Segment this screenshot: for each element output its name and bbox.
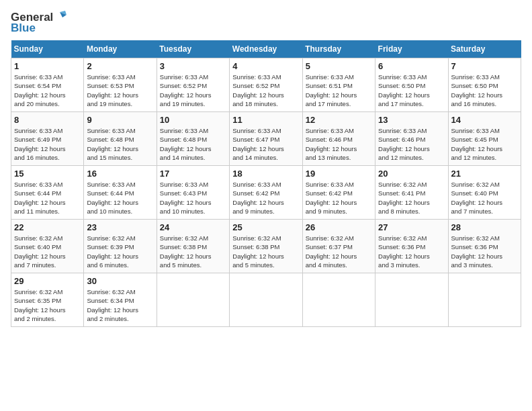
day-info: Sunrise: 6:33 AM Sunset: 6:42 PM Dayligh…	[306, 180, 372, 216]
day-number: 23	[87, 222, 153, 232]
day-number: 2	[87, 61, 153, 71]
calendar-cell: 29Sunrise: 6:32 AM Sunset: 6:35 PM Dayli…	[11, 273, 84, 327]
calendar-cell: 11Sunrise: 6:33 AM Sunset: 6:47 PM Dayli…	[230, 112, 302, 166]
calendar-cell: 22Sunrise: 6:32 AM Sunset: 6:40 PM Dayli…	[11, 220, 84, 273]
day-info: Sunrise: 6:32 AM Sunset: 6:38 PM Dayligh…	[160, 234, 226, 269]
day-number: 6	[378, 61, 445, 71]
day-info: Sunrise: 6:33 AM Sunset: 6:52 PM Dayligh…	[232, 73, 299, 108]
day-info: Sunrise: 6:33 AM Sunset: 6:42 PM Dayligh…	[232, 180, 299, 216]
day-number: 17	[160, 169, 226, 179]
day-info: Sunrise: 6:33 AM Sunset: 6:51 PM Dayligh…	[306, 73, 372, 108]
logo-wordmark: General Blue	[11, 11, 66, 35]
day-info: Sunrise: 6:32 AM Sunset: 6:37 PM Dayligh…	[306, 234, 372, 269]
weekday-header-wednesday: Wednesday	[230, 40, 302, 58]
calendar-cell: 4Sunrise: 6:33 AM Sunset: 6:52 PM Daylig…	[230, 58, 302, 112]
logo-blue: Blue	[11, 21, 36, 35]
day-number: 13	[378, 115, 445, 125]
calendar-cell: 17Sunrise: 6:33 AM Sunset: 6:43 PM Dayli…	[157, 166, 229, 220]
day-number: 1	[14, 61, 81, 71]
day-info: Sunrise: 6:33 AM Sunset: 6:50 PM Dayligh…	[451, 73, 518, 108]
weekday-header-thursday: Thursday	[302, 40, 375, 58]
calendar-cell	[230, 273, 302, 327]
calendar-cell: 5Sunrise: 6:33 AM Sunset: 6:51 PM Daylig…	[302, 58, 375, 112]
day-info: Sunrise: 6:33 AM Sunset: 6:45 PM Dayligh…	[451, 126, 518, 162]
day-number: 10	[160, 115, 226, 125]
day-number: 19	[306, 169, 372, 179]
day-number: 4	[232, 61, 299, 71]
calendar-cell	[157, 273, 229, 327]
weekday-header-row: SundayMondayTuesdayWednesdayThursdayFrid…	[11, 40, 521, 58]
calendar-week-row: 8Sunrise: 6:33 AM Sunset: 6:49 PM Daylig…	[11, 112, 521, 166]
calendar-cell: 28Sunrise: 6:32 AM Sunset: 6:36 PM Dayli…	[448, 220, 521, 273]
weekday-header-sunday: Sunday	[11, 40, 84, 58]
calendar-cell: 24Sunrise: 6:32 AM Sunset: 6:38 PM Dayli…	[157, 220, 229, 273]
calendar-cell: 3Sunrise: 6:33 AM Sunset: 6:52 PM Daylig…	[157, 58, 229, 112]
calendar-cell: 21Sunrise: 6:32 AM Sunset: 6:40 PM Dayli…	[448, 166, 521, 220]
day-number: 3	[160, 61, 226, 71]
day-info: Sunrise: 6:33 AM Sunset: 6:43 PM Dayligh…	[160, 180, 226, 216]
day-info: Sunrise: 6:33 AM Sunset: 6:44 PM Dayligh…	[14, 180, 81, 216]
day-number: 26	[306, 222, 372, 232]
calendar-week-row: 15Sunrise: 6:33 AM Sunset: 6:44 PM Dayli…	[11, 166, 521, 220]
calendar-cell: 16Sunrise: 6:33 AM Sunset: 6:44 PM Dayli…	[84, 166, 157, 220]
calendar-cell: 18Sunrise: 6:33 AM Sunset: 6:42 PM Dayli…	[230, 166, 302, 220]
weekday-header-friday: Friday	[375, 40, 448, 58]
calendar-cell: 23Sunrise: 6:32 AM Sunset: 6:39 PM Dayli…	[84, 220, 157, 273]
day-info: Sunrise: 6:32 AM Sunset: 6:39 PM Dayligh…	[87, 234, 153, 269]
logo-bird-icon	[53, 11, 66, 24]
day-info: Sunrise: 6:33 AM Sunset: 6:54 PM Dayligh…	[14, 73, 81, 108]
day-number: 24	[160, 222, 226, 232]
calendar-cell	[448, 273, 521, 327]
calendar-cell: 14Sunrise: 6:33 AM Sunset: 6:45 PM Dayli…	[448, 112, 521, 166]
day-number: 12	[306, 115, 372, 125]
day-number: 5	[306, 61, 372, 71]
calendar-table: SundayMondayTuesdayWednesdayThursdayFrid…	[11, 40, 521, 327]
day-number: 16	[87, 169, 153, 179]
calendar-cell: 7Sunrise: 6:33 AM Sunset: 6:50 PM Daylig…	[448, 58, 521, 112]
day-number: 8	[14, 115, 81, 125]
day-number: 20	[378, 169, 445, 179]
day-info: Sunrise: 6:32 AM Sunset: 6:34 PM Dayligh…	[87, 287, 153, 323]
day-info: Sunrise: 6:32 AM Sunset: 6:35 PM Dayligh…	[14, 287, 81, 323]
calendar-week-row: 22Sunrise: 6:32 AM Sunset: 6:40 PM Dayli…	[11, 220, 521, 273]
day-number: 21	[451, 169, 518, 179]
calendar-cell: 8Sunrise: 6:33 AM Sunset: 6:49 PM Daylig…	[11, 112, 84, 166]
calendar-cell: 12Sunrise: 6:33 AM Sunset: 6:46 PM Dayli…	[302, 112, 375, 166]
weekday-header-saturday: Saturday	[448, 40, 521, 58]
day-number: 15	[14, 169, 81, 179]
day-number: 25	[232, 222, 299, 232]
day-info: Sunrise: 6:33 AM Sunset: 6:53 PM Dayligh…	[87, 73, 153, 108]
day-info: Sunrise: 6:33 AM Sunset: 6:48 PM Dayligh…	[160, 126, 226, 162]
day-number: 28	[451, 222, 518, 232]
day-info: Sunrise: 6:33 AM Sunset: 6:46 PM Dayligh…	[306, 126, 372, 162]
day-info: Sunrise: 6:33 AM Sunset: 6:47 PM Dayligh…	[232, 126, 299, 162]
day-number: 30	[87, 276, 153, 286]
calendar-cell	[375, 273, 448, 327]
day-info: Sunrise: 6:32 AM Sunset: 6:41 PM Dayligh…	[378, 180, 445, 216]
calendar-cell: 27Sunrise: 6:32 AM Sunset: 6:36 PM Dayli…	[375, 220, 448, 273]
calendar-cell: 19Sunrise: 6:33 AM Sunset: 6:42 PM Dayli…	[302, 166, 375, 220]
day-number: 22	[14, 222, 81, 232]
calendar-cell: 10Sunrise: 6:33 AM Sunset: 6:48 PM Dayli…	[157, 112, 229, 166]
calendar-week-row: 29Sunrise: 6:32 AM Sunset: 6:35 PM Dayli…	[11, 273, 521, 327]
calendar-cell: 20Sunrise: 6:32 AM Sunset: 6:41 PM Dayli…	[375, 166, 448, 220]
day-info: Sunrise: 6:32 AM Sunset: 6:40 PM Dayligh…	[14, 234, 81, 269]
calendar-cell: 26Sunrise: 6:32 AM Sunset: 6:37 PM Dayli…	[302, 220, 375, 273]
day-number: 18	[232, 169, 299, 179]
calendar-cell: 6Sunrise: 6:33 AM Sunset: 6:50 PM Daylig…	[375, 58, 448, 112]
day-info: Sunrise: 6:33 AM Sunset: 6:49 PM Dayligh…	[14, 126, 81, 162]
day-info: Sunrise: 6:33 AM Sunset: 6:48 PM Dayligh…	[87, 126, 153, 162]
day-info: Sunrise: 6:32 AM Sunset: 6:36 PM Dayligh…	[451, 234, 518, 269]
day-info: Sunrise: 6:33 AM Sunset: 6:50 PM Dayligh…	[378, 73, 445, 108]
day-number: 11	[232, 115, 299, 125]
calendar-cell: 25Sunrise: 6:32 AM Sunset: 6:38 PM Dayli…	[230, 220, 302, 273]
calendar-cell: 13Sunrise: 6:33 AM Sunset: 6:46 PM Dayli…	[375, 112, 448, 166]
weekday-header-monday: Monday	[84, 40, 157, 58]
page-header: General Blue	[11, 11, 521, 35]
day-number: 29	[14, 276, 81, 286]
logo: General Blue	[11, 11, 66, 35]
day-info: Sunrise: 6:32 AM Sunset: 6:40 PM Dayligh…	[451, 180, 518, 216]
day-info: Sunrise: 6:33 AM Sunset: 6:52 PM Dayligh…	[160, 73, 226, 108]
weekday-header-tuesday: Tuesday	[157, 40, 229, 58]
calendar-week-row: 1Sunrise: 6:33 AM Sunset: 6:54 PM Daylig…	[11, 58, 521, 112]
